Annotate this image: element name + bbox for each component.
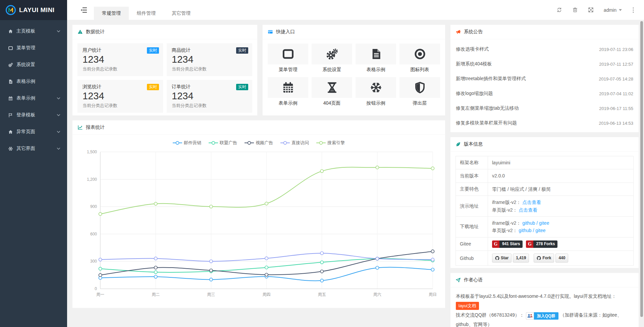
version-link[interactable]: github (519, 228, 531, 233)
version-link[interactable]: gitee (539, 220, 549, 226)
legend-item-4[interactable]: 搜索引擎 (316, 140, 345, 146)
legend-item-2[interactable]: 视频广告 (245, 140, 273, 146)
notice-text: 修改选项卡样式 (456, 46, 489, 52)
gitee-badge[interactable]: G278 Forks (526, 240, 557, 248)
svg-text:1,200: 1,200 (87, 177, 97, 182)
version-text: layuimini (492, 160, 510, 165)
svg-text:周二: 周二 (152, 292, 160, 297)
sidebar-item-6[interactable]: 异常页面 (0, 123, 67, 140)
leaf-icon (455, 142, 461, 147)
tab-0[interactable]: 常规管理 (94, 7, 129, 20)
quick-item-6[interactable]: 按钮示例 (356, 77, 396, 106)
realtime-badge: 实时 (147, 84, 159, 90)
user-dropdown[interactable]: admin (604, 7, 622, 13)
quick-item-label: 404页面 (312, 100, 352, 106)
expand-icon[interactable] (588, 7, 594, 13)
svg-text:900: 900 (90, 204, 97, 209)
notice-item-5: 修复多模块菜单栏展开有问题2019-06-13 14:53 (456, 116, 633, 130)
quick-item-label: 图标列表 (399, 67, 440, 73)
tab-bar: 常规管理组件管理其它管理 (94, 7, 199, 20)
version-link[interactable]: 点击查看 (519, 207, 537, 213)
sidebar-item-7[interactable]: 其它界面 (0, 140, 67, 157)
tab-2[interactable]: 其它管理 (164, 7, 199, 20)
notice-date: 2019-07-04 11:02 (599, 91, 633, 96)
stat-desc: 当前分类总记录数 (83, 66, 158, 72)
right-column: 系统公告 修改选项卡样式2019-07-11 23:06新增系统404模板201… (450, 24, 639, 323)
version-table: 框架名称layuimini当前版本v2.0.0主要特色零门槛 / 响应式 / 清… (455, 156, 634, 266)
join-qq-button[interactable]: 加入QQ群 (526, 312, 558, 320)
legend-label: 直接访问 (291, 140, 309, 146)
version-text: 单页版-v2： (492, 228, 519, 233)
quick-item-0[interactable]: 菜单管理 (268, 44, 308, 73)
author-body: 本模板基于layui2.5.4以及font-awesome-4.7.0进行实现。… (450, 287, 639, 327)
github-fork-button[interactable]: Fork440 (534, 254, 568, 263)
topbar: 常规管理组件管理其它管理 admin (67, 0, 644, 20)
sidebar-item-4[interactable]: 表单示例 (0, 90, 67, 107)
legend-item-0[interactable]: 邮件营销 (173, 140, 201, 146)
paper-plane-icon (455, 277, 461, 283)
version-link[interactable]: 点击查看 (522, 200, 541, 205)
alert-triangle-icon (77, 29, 83, 35)
sidebar-item-0[interactable]: 主页模板 (0, 23, 67, 40)
more-menu-button[interactable] (633, 0, 634, 20)
dot-circle-icon (414, 48, 426, 60)
refresh-icon[interactable] (556, 7, 562, 13)
quick-item-label: 按钮示例 (356, 100, 396, 106)
quick-item-5[interactable]: 404页面 (312, 77, 352, 106)
legend-label: 邮件营销 (184, 140, 201, 146)
github-count: 1,419 (513, 254, 529, 263)
realtime-badge: 实时 (236, 47, 248, 54)
legend-item-1[interactable]: 联盟广告 (209, 140, 237, 146)
version-row-3: 演示地址iframe版-v2： 点击查看单页版-v2： 点击查看 (456, 196, 634, 217)
sidebar-collapse-button[interactable] (74, 0, 94, 20)
window-icon (8, 46, 13, 51)
chevron-down-icon (57, 114, 60, 116)
notice-text: 修复左侧菜单缩放tab无法移动 (456, 105, 519, 111)
version-info-card: 版本信息 框架名称layuimini当前版本v2.0.0主要特色零门槛 / 响应… (450, 137, 639, 268)
left-column: 数据统计 用户统计实时1234当前分类总记录数商品统计实时1234当前分类总记录… (72, 24, 445, 323)
quick-item-7[interactable]: 弹出层 (399, 77, 440, 106)
legend-marker-icon (173, 141, 182, 145)
version-row-label: 下载地址 (456, 216, 488, 237)
quick-item-label: 表格示例 (356, 67, 396, 73)
quick-item-label: 弹出层 (399, 100, 440, 106)
chevron-down-icon (57, 30, 60, 33)
content-scrollbar-thumb[interactable] (640, 21, 643, 317)
chevron-down-icon (57, 148, 60, 150)
sidebar-item-2[interactable]: 系统设置 (0, 56, 67, 73)
gitee-badge[interactable]: G941 Stars (492, 240, 523, 248)
github-star-button[interactable]: Star1,419 (492, 254, 529, 263)
sidebar-item-label: 异常页面 (16, 129, 35, 135)
caret-down-icon (619, 9, 622, 11)
shield-icon (414, 81, 426, 94)
join-qq-button-label: 加入QQ群 (534, 312, 558, 320)
trash-icon[interactable] (572, 7, 578, 13)
quick-item-2[interactable]: 表格示例 (356, 44, 396, 73)
sidebar-item-1[interactable]: 菜单管理 (0, 40, 67, 56)
tab-1[interactable]: 组件管理 (129, 7, 164, 20)
sidebar-item-label: 主页模板 (16, 28, 35, 34)
quick-item-1[interactable]: 系统设置 (312, 44, 352, 73)
svg-text:周三: 周三 (207, 292, 215, 297)
legend-marker-icon (280, 141, 290, 145)
quick-item-3[interactable]: 图标列表 (399, 44, 440, 73)
sidebar-item-5[interactable]: 登录模板 (0, 107, 67, 123)
github-button-label: Star (501, 255, 508, 261)
quick-item-label: 菜单管理 (268, 67, 308, 73)
gears-icon (326, 48, 338, 60)
svg-text:周四: 周四 (263, 292, 271, 297)
sidebar-item-3[interactable]: 表格示例 (0, 73, 67, 90)
home-icon (8, 129, 13, 134)
quick-item-4[interactable]: 表单示例 (268, 77, 308, 106)
version-link[interactable]: gitee (535, 228, 545, 233)
author-line-1: 本模板基于layui2.5.4以及font-awesome-4.7.0进行实现。… (456, 291, 633, 301)
logo: LAYUI MINI (0, 0, 67, 20)
legend-item-3[interactable]: 直接访问 (280, 140, 309, 146)
layui-logo-icon (5, 5, 16, 15)
qq-group-label: 技术交流QQ群（667813249）： (456, 312, 524, 318)
version-text: iframe版-v2： (492, 220, 522, 226)
version-link[interactable]: github (522, 220, 535, 226)
chart-legend: 邮件营销联盟广告视频广告直接访问搜索引擎 (72, 135, 445, 146)
layui-doc-badge[interactable]: layui文档 (456, 302, 479, 310)
github-button-label: Fork (542, 255, 551, 261)
